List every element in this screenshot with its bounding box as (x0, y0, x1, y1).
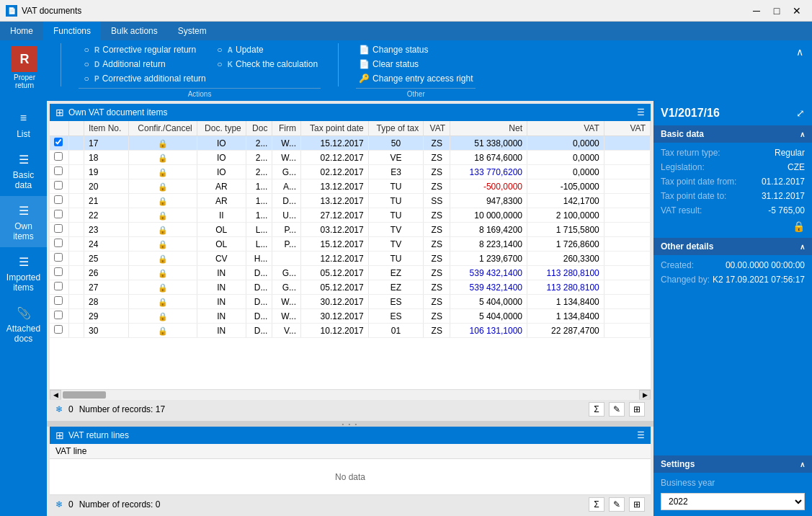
row-confirm: 🔒 (129, 223, 197, 237)
tab-system[interactable]: System (168, 22, 217, 40)
table-row[interactable]: 29 🔒 IN D... W... 30.12.2017 ES ZS 5 404… (50, 309, 651, 324)
lock-icon: 🔒 (653, 218, 812, 235)
tab-home[interactable]: Home (0, 22, 43, 40)
section-divider[interactable]: • • • (47, 421, 653, 427)
row-vat-amt: 142,1700 (527, 194, 604, 208)
table-row[interactable]: 18 🔒 IO 2... W... 02.12.2017 VE ZS 18 67… (50, 151, 651, 165)
vat-export-button[interactable]: ⊞ (629, 497, 645, 512)
row-doc-type: IO (197, 165, 246, 179)
row-vat-amt: 260,3300 (527, 252, 604, 266)
row-checkbox[interactable] (50, 223, 68, 237)
row-checkbox[interactable] (50, 309, 68, 324)
row-checkbox[interactable] (50, 266, 68, 280)
window-controls: ─ □ ✕ (747, 4, 806, 18)
row-vat2 (604, 324, 650, 338)
sidebar-item-attached-docs[interactable]: 📎 Attached docs (0, 298, 47, 350)
row-checkbox[interactable] (50, 280, 68, 295)
business-year-select[interactable]: 2022 (661, 493, 805, 510)
corrective-add-icon: ○ (81, 74, 92, 84)
row-net: 5 404,0000 (450, 295, 527, 309)
settings-section-header[interactable]: Settings ∧ (653, 455, 812, 473)
row-type-of-tax: VE (368, 151, 424, 165)
own-items-scrollbar[interactable]: ◀ ▶ (50, 389, 651, 399)
export-icon[interactable]: ⤢ (796, 107, 805, 119)
table-row[interactable]: 21 🔒 AR 1... D... 13.12.2017 TU SS 947,8… (50, 194, 651, 208)
sidebar-item-basic-data[interactable]: ☰ Basic data (0, 145, 47, 196)
table-row[interactable]: 23 🔒 OL L... P... 03.12.2017 TV ZS 8 169… (50, 223, 651, 237)
table-row[interactable]: 27 🔒 IN D... G... 05.12.2017 EZ ZS 539 4… (50, 280, 651, 295)
proper-return-button[interactable]: R Properreturn (6, 43, 43, 92)
row-checkbox[interactable] (50, 324, 68, 338)
scroll-thumb[interactable] (63, 391, 106, 399)
row-firm: G... (272, 280, 301, 295)
sidebar-item-list[interactable]: ≡ List (0, 104, 47, 145)
corrective-regular-return-button[interactable]: ○ R Corrective regular return (79, 43, 209, 56)
tab-bulk-actions[interactable]: Bulk actions (101, 22, 168, 40)
row-checkbox[interactable] (50, 237, 68, 252)
col-vat-header: VAT (424, 121, 450, 136)
close-button[interactable]: ✕ (788, 4, 806, 18)
update-button[interactable]: ○ A Update (212, 43, 321, 56)
table-row[interactable]: 30 🔒 IN D... V... 10.12.2017 01 ZS 106 1… (50, 324, 651, 338)
check-calculation-button[interactable]: ○ K Check the calculation (212, 58, 321, 71)
own-items-record-count: 0 (68, 404, 73, 414)
scroll-track[interactable] (61, 390, 639, 400)
vat-return-col-header: VAT line (50, 444, 651, 459)
scroll-left-button[interactable]: ◀ (50, 390, 61, 400)
corrective-icon: ○ (81, 45, 92, 55)
vat-return-menu-icon[interactable]: ☰ (637, 430, 645, 440)
row-tax-date: 13.12.2017 (300, 179, 368, 194)
vat-edit-button[interactable]: ✎ (609, 497, 625, 512)
row-subtype (68, 309, 84, 324)
edit-button[interactable]: ✎ (609, 402, 625, 417)
row-checkbox[interactable] (50, 252, 68, 266)
minimize-button[interactable]: ─ (747, 4, 766, 18)
row-subtype (68, 151, 84, 165)
table-row[interactable]: 17 🔒 IO 2... W... 15.12.2017 50 ZS 51 33… (50, 136, 651, 151)
row-confirm: 🔒 (129, 266, 197, 280)
export-button[interactable]: ⊞ (629, 402, 645, 417)
sidebar-item-own-items[interactable]: ☰ Own items (0, 196, 47, 247)
row-checkbox[interactable] (50, 208, 68, 223)
row-checkbox[interactable] (50, 194, 68, 208)
row-checkbox[interactable] (50, 136, 68, 151)
table-row[interactable]: 20 🔒 AR 1... A... 13.12.2017 TU ZS -500,… (50, 179, 651, 194)
change-status-button[interactable]: 📄 Change status (356, 43, 476, 56)
row-doc: L... (246, 223, 272, 237)
row-checkbox[interactable] (50, 179, 68, 194)
row-firm: W... (272, 151, 301, 165)
row-confirm: 🔒 (129, 295, 197, 309)
table-row[interactable]: 22 🔒 II 1... U... 27.12.2017 TU ZS 10 00… (50, 208, 651, 223)
tab-functions[interactable]: Functions (43, 22, 101, 40)
sidebar-item-imported-items[interactable]: ☰ Imported items (0, 247, 47, 298)
row-checkbox[interactable] (50, 151, 68, 165)
col-vat-amt-header: VAT (527, 121, 604, 136)
own-items-table-container[interactable]: Item No. Confir./Cancel Doc. type Doc Fi… (50, 121, 651, 389)
row-item-no: 29 (84, 309, 129, 324)
maximize-button[interactable]: □ (767, 4, 786, 18)
main-content: ⊞ Own VAT document items ☰ Item No. Conf… (47, 101, 653, 516)
corrective-additional-return-button[interactable]: ○ P Corrective additional return (79, 72, 209, 85)
row-checkbox[interactable] (50, 165, 68, 179)
basic-data-section-header[interactable]: Basic data ∧ (653, 125, 812, 143)
table-row[interactable]: 25 🔒 CV H... 12.12.2017 TU ZS 1 239,6700… (50, 252, 651, 266)
table-row[interactable]: 19 🔒 IO 2... G... 02.12.2017 E3 ZS 133 7… (50, 165, 651, 179)
change-entry-access-right-button[interactable]: 🔑 Change entry access right (356, 72, 476, 85)
other-details-header[interactable]: Other details ∧ (653, 238, 812, 255)
own-items-menu-icon[interactable]: ☰ (637, 107, 645, 117)
vat-sum-button[interactable]: Σ (589, 497, 604, 512)
table-row[interactable]: 24 🔒 OL L... P... 15.12.2017 TV ZS 8 223… (50, 237, 651, 252)
sum-button[interactable]: Σ (589, 402, 604, 417)
table-row[interactable]: 28 🔒 IN D... W... 30.12.2017 ES ZS 5 404… (50, 295, 651, 309)
row-net: 106 131,1000 (450, 324, 527, 338)
scroll-right-button[interactable]: ▶ (639, 390, 651, 400)
clear-status-button[interactable]: 📄 Clear status (356, 58, 476, 71)
row-firm: W... (272, 136, 301, 151)
tax-return-type-label: Tax return type: (661, 148, 720, 158)
table-row[interactable]: 26 🔒 IN D... G... 05.12.2017 EZ ZS 539 4… (50, 266, 651, 280)
own-items-table: Item No. Confir./Cancel Doc. type Doc Fi… (50, 121, 651, 338)
additional-return-button[interactable]: ○ D Additional return (79, 58, 209, 71)
row-confirm: 🔒 (129, 179, 197, 194)
ribbon-collapse-button[interactable]: ∧ (793, 43, 806, 61)
row-checkbox[interactable] (50, 295, 68, 309)
